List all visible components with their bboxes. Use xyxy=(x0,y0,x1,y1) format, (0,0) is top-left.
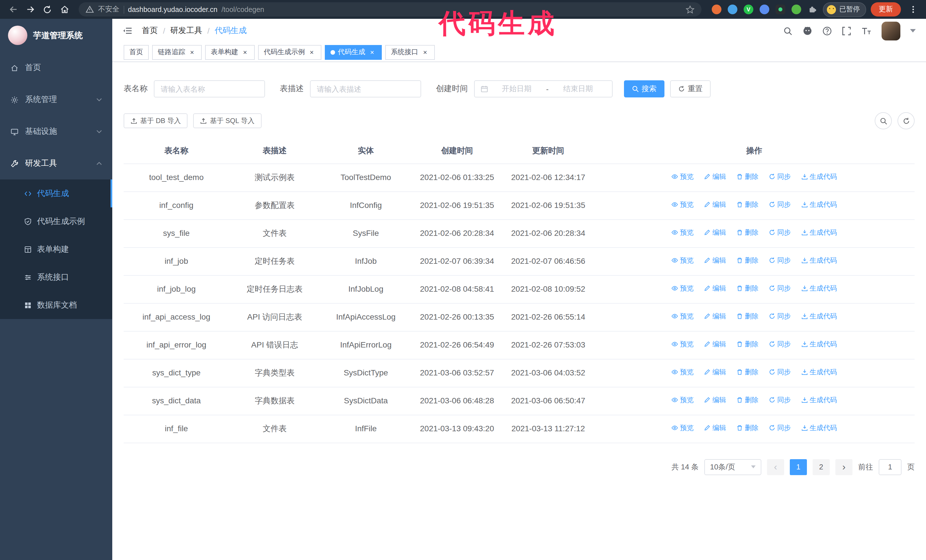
edit-link[interactable]: 编辑 xyxy=(704,199,726,210)
user-avatar[interactable] xyxy=(882,21,900,40)
sidebar-item-database-docs[interactable]: 数据库文档 xyxy=(0,291,112,319)
address-bar[interactable]: 不安全 dashboard.yudao.iocoder.cn /tool/cod… xyxy=(79,2,702,17)
browser-update-button[interactable]: 更新 xyxy=(871,2,901,17)
sidebar-item-system-interface[interactable]: 系统接口 xyxy=(0,263,112,291)
github-icon[interactable] xyxy=(802,26,813,36)
extension-icon-1[interactable] xyxy=(712,5,722,14)
table-desc-input[interactable] xyxy=(310,80,421,97)
tab-form-builder[interactable]: 表单构建 xyxy=(205,45,255,60)
preview-link[interactable]: 预览 xyxy=(671,395,693,405)
page-size-select[interactable]: 10条/页 xyxy=(704,459,761,475)
generate-code-link[interactable]: 生成代码 xyxy=(801,283,837,294)
sidebar-toggle-icon[interactable] xyxy=(123,26,133,36)
preview-link[interactable]: 预览 xyxy=(671,227,693,238)
preview-link[interactable]: 预览 xyxy=(671,255,693,266)
extensions-puzzle-icon[interactable] xyxy=(808,5,817,14)
sidebar-item-home[interactable]: 首页 xyxy=(0,52,112,84)
sync-link[interactable]: 同步 xyxy=(769,423,791,433)
sync-link[interactable]: 同步 xyxy=(769,395,791,405)
close-icon[interactable] xyxy=(241,48,249,56)
font-size-icon[interactable] xyxy=(861,26,872,36)
delete-link[interactable]: 删除 xyxy=(736,172,758,182)
sync-link[interactable]: 同步 xyxy=(769,227,791,238)
sync-link[interactable]: 同步 xyxy=(769,172,791,182)
sync-link[interactable]: 同步 xyxy=(769,283,791,294)
search-icon[interactable] xyxy=(783,26,793,36)
sidebar-item-form-builder[interactable]: 表单构建 xyxy=(0,235,112,263)
extension-icon-5[interactable] xyxy=(776,5,785,14)
tab-home[interactable]: 首页 xyxy=(124,45,149,60)
close-icon[interactable] xyxy=(421,48,429,56)
toggle-search-button[interactable] xyxy=(875,112,892,129)
app-logo[interactable]: 芋道管理系统 xyxy=(0,19,112,52)
tab-codegen-example[interactable]: 代码生成示例 xyxy=(258,45,321,60)
search-button[interactable]: 搜索 xyxy=(624,80,664,97)
delete-link[interactable]: 删除 xyxy=(736,339,758,350)
browser-profile-chip[interactable]: 已暂停 xyxy=(823,2,866,17)
edit-link[interactable]: 编辑 xyxy=(704,423,726,433)
generate-code-link[interactable]: 生成代码 xyxy=(801,423,837,433)
edit-link[interactable]: 编辑 xyxy=(704,395,726,405)
reload-icon[interactable] xyxy=(40,2,55,17)
delete-link[interactable]: 删除 xyxy=(736,227,758,238)
home-icon[interactable] xyxy=(57,2,72,17)
browser-menu-kebab-icon[interactable] xyxy=(905,2,920,17)
close-icon[interactable] xyxy=(188,48,196,56)
preview-link[interactable]: 预览 xyxy=(671,367,693,377)
delete-link[interactable]: 删除 xyxy=(736,423,758,433)
delete-link[interactable]: 删除 xyxy=(736,283,758,294)
next-page-button[interactable] xyxy=(835,459,852,475)
preview-link[interactable]: 预览 xyxy=(671,283,693,294)
breadcrumb-dev-tools[interactable]: 研发工具 xyxy=(170,26,202,36)
user-menu-caret-icon[interactable] xyxy=(910,29,916,32)
generate-code-link[interactable]: 生成代码 xyxy=(801,172,837,182)
preview-link[interactable]: 预览 xyxy=(671,172,693,182)
edit-link[interactable]: 编辑 xyxy=(704,311,726,322)
tab-system-interface[interactable]: 系统接口 xyxy=(385,45,435,60)
generate-code-link[interactable]: 生成代码 xyxy=(801,395,837,405)
forward-icon[interactable] xyxy=(23,2,38,17)
sync-link[interactable]: 同步 xyxy=(769,339,791,350)
extension-icon-6[interactable] xyxy=(791,5,801,14)
generate-code-link[interactable]: 生成代码 xyxy=(801,311,837,322)
sidebar-item-dev-tools[interactable]: 研发工具 xyxy=(0,148,112,180)
generate-code-link[interactable]: 生成代码 xyxy=(801,339,837,350)
extension-icon-4[interactable] xyxy=(760,5,769,14)
bookmark-star-icon[interactable] xyxy=(685,5,694,14)
preview-link[interactable]: 预览 xyxy=(671,339,693,350)
prev-page-button[interactable] xyxy=(767,459,784,475)
sync-link[interactable]: 同步 xyxy=(769,255,791,266)
date-end-placeholder[interactable]: 结束日期 xyxy=(549,84,606,94)
date-range-picker[interactable]: 开始日期 - 结束日期 xyxy=(474,80,613,97)
preview-link[interactable]: 预览 xyxy=(671,199,693,210)
extension-icon-3[interactable]: V xyxy=(744,5,754,14)
preview-link[interactable]: 预览 xyxy=(671,423,693,433)
page-button-2[interactable]: 2 xyxy=(813,459,830,475)
sidebar-item-code-generation[interactable]: 代码生成 xyxy=(0,180,112,207)
sidebar-item-code-generation-example[interactable]: 代码生成示例 xyxy=(0,207,112,235)
delete-link[interactable]: 删除 xyxy=(736,311,758,322)
sync-link[interactable]: 同步 xyxy=(769,311,791,322)
edit-link[interactable]: 编辑 xyxy=(704,227,726,238)
close-icon[interactable] xyxy=(308,48,316,56)
import-sql-button[interactable]: 基于 SQL 导入 xyxy=(194,113,261,128)
edit-link[interactable]: 编辑 xyxy=(704,255,726,266)
refresh-button[interactable] xyxy=(897,112,915,129)
reset-button[interactable]: 重置 xyxy=(670,80,711,97)
preview-link[interactable]: 预览 xyxy=(671,311,693,322)
goto-page-input[interactable] xyxy=(879,459,902,475)
generate-code-link[interactable]: 生成代码 xyxy=(801,227,837,238)
security-label[interactable]: 不安全 xyxy=(98,5,120,14)
tab-tracing[interactable]: 链路追踪 xyxy=(152,45,202,60)
delete-link[interactable]: 删除 xyxy=(736,199,758,210)
edit-link[interactable]: 编辑 xyxy=(704,172,726,182)
import-db-button[interactable]: 基于 DB 导入 xyxy=(124,113,188,128)
table-name-input[interactable] xyxy=(154,80,265,97)
delete-link[interactable]: 删除 xyxy=(736,395,758,405)
close-icon[interactable] xyxy=(368,48,376,56)
extension-icon-2[interactable] xyxy=(728,5,737,14)
help-icon[interactable] xyxy=(822,26,832,36)
page-button-1[interactable]: 1 xyxy=(790,459,807,475)
delete-link[interactable]: 删除 xyxy=(736,255,758,266)
sync-link[interactable]: 同步 xyxy=(769,367,791,377)
